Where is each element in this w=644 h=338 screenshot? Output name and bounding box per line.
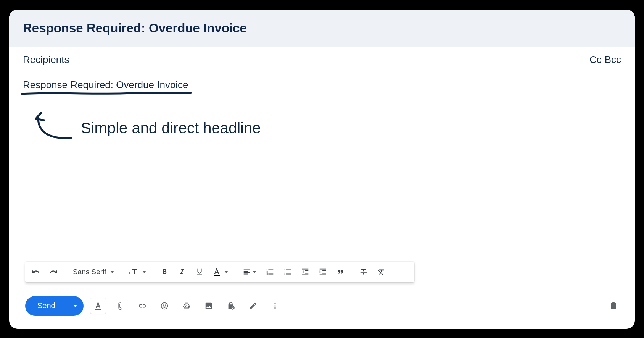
toolbar-divider bbox=[352, 266, 352, 278]
font-size-select[interactable]: т T bbox=[126, 264, 149, 280]
italic-button[interactable] bbox=[174, 264, 190, 280]
more-options-button[interactable] bbox=[267, 298, 283, 314]
insert-signature-button[interactable] bbox=[245, 298, 261, 314]
bulleted-list-icon bbox=[283, 268, 292, 276]
italic-icon bbox=[178, 268, 186, 276]
indent-increase-button[interactable] bbox=[315, 264, 330, 280]
cc-bcc-group: Cc Bcc bbox=[589, 54, 621, 66]
subject-wrap: Response Required: Overdue Invoice bbox=[23, 79, 188, 92]
toolbar-divider bbox=[153, 266, 153, 278]
undo-button[interactable] bbox=[28, 264, 43, 280]
numbered-list-button[interactable] bbox=[262, 264, 278, 280]
attach-file-button[interactable] bbox=[113, 298, 128, 314]
confidential-mode-button[interactable] bbox=[223, 298, 238, 314]
svg-text:т: т bbox=[129, 270, 131, 275]
font-size-icon: т T bbox=[129, 268, 140, 276]
insert-drive-button[interactable] bbox=[179, 298, 194, 314]
svg-rect-3 bbox=[95, 309, 101, 310]
indent-increase-icon bbox=[319, 268, 327, 276]
bold-icon bbox=[160, 268, 169, 276]
emoji-icon bbox=[160, 302, 169, 310]
drive-icon bbox=[182, 302, 191, 310]
trash-icon bbox=[609, 301, 618, 311]
formatting-toolbar: Sans Serif т T bbox=[25, 262, 414, 282]
font-family-select[interactable]: Sans Serif bbox=[69, 264, 118, 280]
paperclip-icon bbox=[116, 302, 124, 310]
hand-underline-annotation bbox=[21, 90, 192, 96]
svg-text:T: T bbox=[132, 268, 137, 276]
send-button-group: Send bbox=[25, 296, 84, 316]
text-color-icon bbox=[212, 267, 223, 277]
strikethrough-icon bbox=[359, 268, 368, 276]
compose-body[interactable]: Simple and direct headline bbox=[9, 97, 635, 249]
clear-formatting-icon bbox=[377, 268, 385, 276]
toolbar-divider bbox=[122, 266, 122, 278]
bulleted-list-button[interactable] bbox=[280, 264, 295, 280]
svg-rect-2 bbox=[214, 275, 220, 276]
link-icon bbox=[138, 302, 147, 310]
compose-window: Response Required: Overdue Invoice Recip… bbox=[9, 10, 635, 329]
text-color-button[interactable] bbox=[209, 264, 231, 280]
numbered-list-icon bbox=[266, 268, 274, 276]
redo-icon bbox=[49, 268, 58, 276]
clear-formatting-button[interactable] bbox=[374, 264, 389, 280]
bcc-button[interactable]: Bcc bbox=[605, 54, 621, 66]
insert-photo-button[interactable] bbox=[201, 298, 216, 314]
redo-button[interactable] bbox=[46, 264, 61, 280]
quote-icon bbox=[336, 268, 345, 276]
lock-clock-icon bbox=[227, 302, 235, 310]
indent-decrease-button[interactable] bbox=[298, 264, 313, 280]
recipients-label: Recipients bbox=[23, 54, 69, 66]
align-button[interactable] bbox=[239, 264, 260, 280]
chevron-down-icon bbox=[110, 271, 114, 273]
pen-icon bbox=[249, 302, 257, 310]
send-options-button[interactable] bbox=[67, 296, 84, 316]
strikethrough-button[interactable] bbox=[356, 264, 371, 280]
annotation-text: Simple and direct headline bbox=[81, 120, 261, 137]
font-name-label: Sans Serif bbox=[73, 268, 106, 276]
compose-title: Response Required: Overdue Invoice bbox=[23, 21, 621, 36]
insert-link-button[interactable] bbox=[135, 298, 150, 314]
compose-header: Response Required: Overdue Invoice bbox=[9, 10, 635, 47]
toolbar-divider bbox=[65, 266, 65, 278]
chevron-down-icon bbox=[253, 271, 256, 273]
indent-decrease-icon bbox=[301, 268, 309, 276]
annotation: Simple and direct headline bbox=[30, 111, 261, 146]
quote-button[interactable] bbox=[333, 264, 348, 280]
image-icon bbox=[204, 302, 213, 310]
send-button[interactable]: Send bbox=[25, 296, 67, 316]
bold-button[interactable] bbox=[157, 264, 172, 280]
align-left-icon bbox=[243, 268, 251, 276]
formatting-options-button[interactable] bbox=[90, 298, 106, 314]
discard-draft-button[interactable] bbox=[606, 298, 621, 314]
underline-button[interactable] bbox=[192, 264, 207, 280]
compose-actions-bar: Send bbox=[25, 296, 621, 316]
more-vert-icon bbox=[271, 302, 279, 310]
cc-button[interactable]: Cc bbox=[589, 54, 602, 66]
chevron-down-icon bbox=[224, 271, 228, 273]
recipients-row[interactable]: Recipients Cc Bcc bbox=[9, 47, 635, 73]
text-format-icon bbox=[93, 301, 103, 311]
subject-row[interactable]: Response Required: Overdue Invoice bbox=[9, 73, 635, 97]
insert-emoji-button[interactable] bbox=[157, 298, 172, 314]
undo-icon bbox=[32, 268, 40, 276]
chevron-down-icon bbox=[142, 271, 146, 273]
underline-icon bbox=[195, 268, 204, 276]
curved-arrow-icon bbox=[30, 111, 72, 146]
toolbar-divider bbox=[235, 266, 235, 278]
chevron-down-icon bbox=[73, 305, 77, 307]
